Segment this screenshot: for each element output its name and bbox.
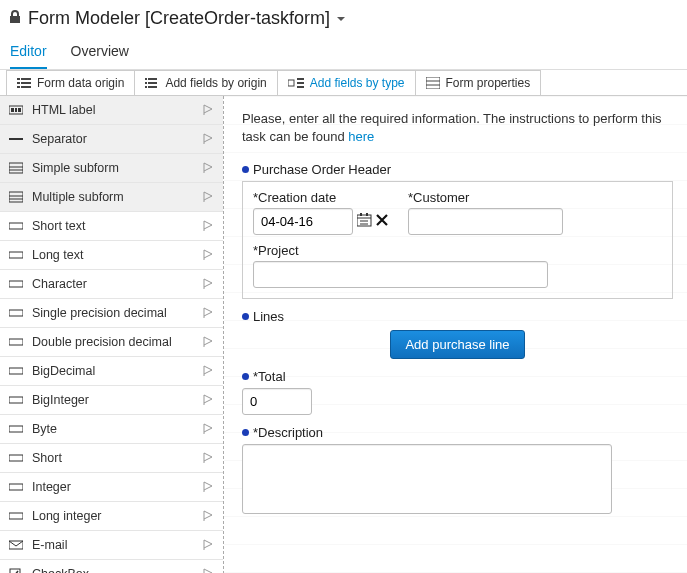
drag-flag-icon <box>203 365 215 377</box>
palette-item-label: HTML label <box>32 103 95 117</box>
bullet-icon <box>242 373 249 380</box>
tab-editor[interactable]: Editor <box>10 33 47 69</box>
svg-rect-4 <box>17 86 20 88</box>
toolbar-form-data-origin[interactable]: Form data origin <box>6 70 135 95</box>
svg-rect-14 <box>297 82 304 84</box>
section-lines: Lines <box>242 309 673 324</box>
svg-rect-40 <box>9 513 23 519</box>
purchase-order-header-box: *Creation date *Customer <box>242 181 673 299</box>
palette-item[interactable]: Long text <box>0 241 223 270</box>
drag-flag-icon <box>203 452 215 464</box>
drag-flag-icon <box>203 336 215 348</box>
palette-item-label: Long integer <box>32 509 102 523</box>
textfield-icon <box>8 276 24 292</box>
drag-flag-icon <box>203 220 215 232</box>
project-input[interactable] <box>253 261 548 288</box>
palette-item-label: Multiple subform <box>32 190 124 204</box>
svg-rect-0 <box>17 78 20 80</box>
email-icon <box>8 537 24 553</box>
palette-item-label: BigInteger <box>32 393 89 407</box>
calendar-icon[interactable] <box>357 213 372 230</box>
palette-item[interactable]: Double precision decimal <box>0 328 223 357</box>
palette-item[interactable]: Short text <box>0 212 223 241</box>
palette-item-label: Single precision decimal <box>32 306 167 320</box>
textfield-icon <box>8 363 24 379</box>
svg-rect-9 <box>148 82 157 84</box>
html-label-icon <box>8 102 24 118</box>
customer-label: *Customer <box>408 190 563 205</box>
palette-item[interactable]: Short <box>0 444 223 473</box>
textfield-icon <box>8 508 24 524</box>
textfield-icon <box>8 218 24 234</box>
svg-rect-23 <box>9 138 23 140</box>
svg-rect-24 <box>9 163 23 173</box>
palette-item-label: Separator <box>32 132 87 146</box>
palette-item[interactable]: Separator <box>0 125 223 154</box>
page-title: Form Modeler [CreateOrder-taskform] <box>28 8 330 29</box>
palette-item[interactable]: Byte <box>0 415 223 444</box>
toolbar-add-by-origin[interactable]: Add fields by origin <box>134 70 277 95</box>
add-purchase-line-button[interactable]: Add purchase line <box>390 330 524 359</box>
bullet-icon <box>242 313 249 320</box>
customer-input[interactable] <box>408 208 563 235</box>
field-type-palette: HTML labelSeparatorSimple subformMultipl… <box>0 96 224 573</box>
svg-rect-42 <box>10 569 20 573</box>
svg-rect-6 <box>145 78 147 80</box>
palette-item-label: BigDecimal <box>32 364 95 378</box>
palette-item[interactable]: E-mail <box>0 531 223 560</box>
add-origin-icon <box>145 77 159 89</box>
svg-rect-22 <box>18 108 21 112</box>
form-toolbar: Form data origin Add fields by origin Ad… <box>0 70 687 96</box>
tab-overview[interactable]: Overview <box>71 33 129 69</box>
palette-item[interactable]: Long integer <box>0 502 223 531</box>
description-textarea[interactable] <box>242 444 612 514</box>
svg-rect-39 <box>9 484 23 490</box>
svg-rect-33 <box>9 310 23 316</box>
palette-item-label: CheckBox <box>32 567 89 573</box>
clear-date-icon[interactable] <box>376 214 388 229</box>
svg-rect-34 <box>9 339 23 345</box>
creation-date-input[interactable] <box>253 208 353 235</box>
lock-icon <box>8 10 28 27</box>
drag-flag-icon <box>203 539 215 551</box>
palette-item[interactable]: BigInteger <box>0 386 223 415</box>
palette-item-label: Character <box>32 277 87 291</box>
palette-item-label: Double precision decimal <box>32 335 172 349</box>
drag-flag-icon <box>203 307 215 319</box>
bullet-icon <box>242 429 249 436</box>
creation-date-label: *Creation date <box>253 190 388 205</box>
svg-rect-12 <box>288 80 294 86</box>
toolbar-form-properties[interactable]: Form properties <box>415 70 542 95</box>
svg-rect-3 <box>21 82 31 84</box>
palette-item[interactable]: HTML label <box>0 96 223 125</box>
svg-rect-32 <box>9 281 23 287</box>
drag-flag-icon <box>203 104 215 116</box>
instructions-link[interactable]: here <box>348 129 374 144</box>
palette-item[interactable]: Simple subform <box>0 154 223 183</box>
palette-item[interactable]: Integer <box>0 473 223 502</box>
svg-rect-38 <box>9 455 23 461</box>
drag-flag-icon <box>203 568 215 573</box>
total-input[interactable] <box>242 388 312 415</box>
title-dropdown[interactable] <box>336 14 352 24</box>
palette-item-label: Short text <box>32 219 86 233</box>
palette-item[interactable]: BigDecimal <box>0 357 223 386</box>
palette-item[interactable]: Character <box>0 270 223 299</box>
svg-rect-16 <box>426 77 440 89</box>
section-total: *Total <box>242 369 673 384</box>
svg-rect-35 <box>9 368 23 374</box>
form-canvas: Please, enter all the required informati… <box>224 96 687 573</box>
svg-rect-15 <box>297 86 304 88</box>
textfield-icon <box>8 450 24 466</box>
textfield-icon <box>8 305 24 321</box>
palette-item-label: Short <box>32 451 62 465</box>
svg-rect-30 <box>9 223 23 229</box>
palette-item[interactable]: Multiple subform <box>0 183 223 212</box>
toolbar-add-by-type[interactable]: Add fields by type <box>277 70 416 95</box>
svg-rect-21 <box>15 108 17 112</box>
svg-rect-20 <box>11 108 14 112</box>
palette-item[interactable]: CheckBox <box>0 560 223 573</box>
palette-item-label: Byte <box>32 422 57 436</box>
drag-flag-icon <box>203 481 215 493</box>
palette-item[interactable]: Single precision decimal <box>0 299 223 328</box>
